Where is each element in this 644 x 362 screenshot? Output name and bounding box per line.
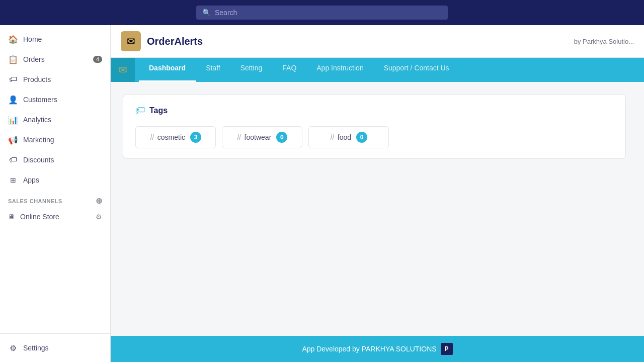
topbar: 🔍 — [0, 0, 644, 25]
sidebar-item-label: Customers — [23, 96, 57, 104]
tag-icon: 🏷 — [135, 105, 145, 116]
main-layout: 🏠 Home 📋 Orders 4 🏷 Products 👤 Customers… — [0, 25, 644, 362]
orders-badge: 4 — [93, 56, 102, 63]
nav-logo-overlay: ✉ — [111, 58, 135, 82]
tags-header: 🏷 Tags — [135, 105, 613, 116]
customers-icon: 👤 — [8, 95, 18, 105]
sidebar-item-home[interactable]: 🏠 Home — [0, 29, 110, 49]
tab-faq[interactable]: FAQ — [272, 58, 306, 82]
sidebar-item-label: Apps — [23, 176, 39, 184]
add-sales-channel-icon[interactable]: ⊕ — [96, 196, 103, 206]
sidebar: 🏠 Home 📋 Orders 4 🏷 Products 👤 Customers… — [0, 25, 111, 362]
tag-badge-footwear: 0 — [276, 132, 287, 143]
analytics-icon: 📊 — [8, 115, 18, 125]
content-area: ✉ OrderAlerts by Parkhya Solutio... ✉ Da… — [111, 25, 644, 362]
tag-item-food[interactable]: # food 0 — [308, 126, 389, 148]
tab-support[interactable]: Support / Contact Us — [374, 58, 459, 82]
sidebar-item-analytics[interactable]: 📊 Analytics — [0, 110, 110, 130]
sidebar-item-marketing[interactable]: 📢 Marketing — [0, 130, 110, 150]
nav-tabs-row: Dashboard Staff Setting FAQ App Instruct… — [135, 58, 459, 82]
footer-logo-letter: P — [445, 345, 449, 352]
tag-item-footwear[interactable]: # footwear 0 — [222, 126, 302, 148]
discounts-icon: 🏷 — [8, 155, 18, 165]
tab-dashboard[interactable]: Dashboard — [139, 58, 196, 82]
tag-name-footwear: footwear — [245, 133, 272, 141]
sidebar-item-orders[interactable]: 📋 Orders 4 — [0, 49, 110, 69]
orders-icon: 📋 — [8, 54, 18, 64]
online-store-gear-icon[interactable]: ⚙ — [96, 213, 102, 221]
online-store-label: Online Store — [20, 213, 59, 221]
sidebar-item-settings[interactable]: ⚙ Settings — [0, 338, 110, 358]
sidebar-item-products[interactable]: 🏷 Products — [0, 69, 110, 89]
sidebar-item-discounts[interactable]: 🏷 Discounts — [0, 150, 110, 170]
home-icon: 🏠 — [8, 34, 18, 44]
tag-hash-cosmetic: # — [150, 133, 154, 142]
app-header: ✉ OrderAlerts by Parkhya Solutio... — [111, 25, 644, 58]
sidebar-item-label: Products — [23, 75, 51, 83]
tag-item-cosmetic[interactable]: # cosmetic 3 — [135, 126, 216, 148]
search-input[interactable] — [215, 9, 442, 17]
settings-label: Settings — [23, 344, 49, 352]
app-header-left: ✉ OrderAlerts — [121, 31, 203, 51]
settings-icon: ⚙ — [8, 343, 18, 353]
products-icon: 🏷 — [8, 74, 18, 84]
search-icon: 🔍 — [202, 9, 211, 17]
app-nav-wrapper: ✉ Dashboard Staff Setting FAQ App Instru… — [111, 58, 644, 82]
marketing-icon: 📢 — [8, 135, 18, 145]
sidebar-bottom: ⚙ Settings — [0, 333, 110, 358]
tab-setting[interactable]: Setting — [230, 58, 273, 82]
apps-icon: ⊞ — [8, 175, 18, 185]
app-logo-emoji: ✉ — [127, 35, 135, 47]
app-title: OrderAlerts — [147, 36, 203, 47]
sidebar-item-online-store[interactable]: 🖥 Online Store ⚙ — [0, 208, 110, 226]
sidebar-item-label: Home — [23, 35, 42, 43]
main-content: 🏷 Tags # cosmetic 3 # footwear 0 — [111, 82, 644, 336]
nav-logo-icon: ✉ — [119, 64, 127, 76]
search-box[interactable]: 🔍 — [196, 6, 448, 20]
tag-hash-footwear: # — [237, 133, 242, 142]
tab-app-instruction[interactable]: App Instruction — [306, 58, 373, 82]
sales-channels-label: SALES CHANNELS ⊕ — [0, 190, 110, 208]
app-by-label: by Parkhya Solutio... — [574, 38, 634, 45]
tag-hash-food: # — [330, 133, 335, 142]
sidebar-item-label: Analytics — [23, 116, 51, 124]
app-logo: ✉ — [121, 31, 141, 51]
tags-list: # cosmetic 3 # footwear 0 # food 0 — [135, 126, 613, 148]
footer-logo: P — [441, 343, 453, 355]
sidebar-item-customers[interactable]: 👤 Customers — [0, 89, 110, 110]
footer-text: App Developed by PARKHYA SOLUTIONS — [302, 345, 436, 353]
sidebar-item-label: Orders — [23, 55, 45, 63]
tab-staff[interactable]: Staff — [196, 58, 230, 82]
sidebar-item-label: Marketing — [23, 136, 54, 144]
tags-title: Tags — [149, 106, 168, 115]
sidebar-item-label: Discounts — [23, 156, 54, 164]
app-footer: App Developed by PARKHYA SOLUTIONS P — [111, 336, 644, 362]
tag-badge-food: 0 — [356, 132, 367, 143]
tag-badge-cosmetic: 3 — [190, 132, 201, 143]
sidebar-item-apps[interactable]: ⊞ Apps — [0, 170, 110, 190]
online-store-icon: 🖥 — [8, 213, 15, 221]
tag-name-food: food — [338, 133, 351, 141]
tag-name-cosmetic: cosmetic — [157, 133, 185, 141]
tags-card: 🏷 Tags # cosmetic 3 # footwear 0 — [123, 94, 626, 159]
